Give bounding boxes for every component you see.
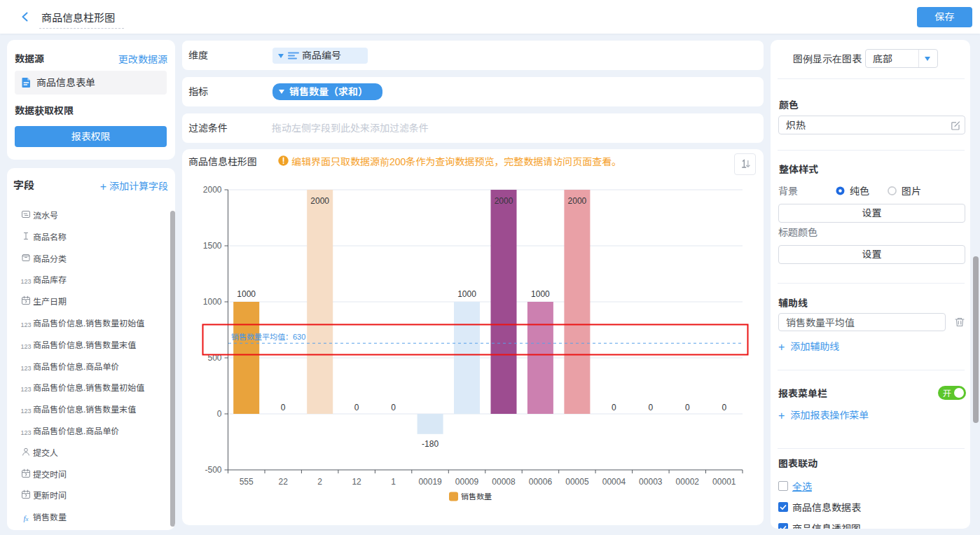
svg-text:0: 0 [612, 403, 616, 412]
svg-text:00005: 00005 [565, 477, 589, 487]
svg-text:2000: 2000 [203, 185, 222, 195]
svg-text:2: 2 [317, 477, 322, 487]
svg-text:0: 0 [354, 403, 359, 412]
svg-text:0: 0 [648, 403, 653, 412]
svg-text:0: 0 [281, 403, 286, 412]
svg-text:555: 555 [240, 477, 254, 487]
svg-text:销售数量平均值：630: 销售数量平均值：630 [231, 333, 305, 341]
svg-text:00006: 00006 [529, 477, 553, 487]
svg-text:1000: 1000 [457, 289, 476, 299]
svg-text:00008: 00008 [492, 477, 516, 487]
svg-text:22: 22 [279, 477, 289, 487]
svg-text:1: 1 [391, 477, 396, 487]
svg-text:销售数量: 销售数量 [461, 492, 492, 501]
svg-text:1000: 1000 [531, 289, 550, 299]
svg-text:1000: 1000 [237, 289, 256, 299]
svg-text:-500: -500 [205, 465, 221, 475]
svg-text:1500: 1500 [203, 241, 222, 251]
svg-text:00002: 00002 [676, 477, 700, 487]
svg-text:0: 0 [685, 403, 690, 412]
svg-text:0: 0 [217, 409, 222, 419]
svg-text:2000: 2000 [310, 196, 329, 206]
svg-text:1000: 1000 [203, 297, 222, 307]
svg-text:00004: 00004 [602, 477, 626, 487]
svg-text:0: 0 [391, 403, 396, 412]
svg-text:-180: -180 [422, 439, 439, 449]
svg-text:00009: 00009 [455, 477, 479, 487]
svg-text:2000: 2000 [495, 196, 513, 206]
svg-text:00003: 00003 [639, 477, 663, 487]
svg-text:0: 0 [722, 403, 726, 412]
svg-text:00019: 00019 [418, 477, 442, 487]
svg-text:00001: 00001 [712, 477, 736, 487]
svg-text:2000: 2000 [568, 196, 587, 206]
svg-text:12: 12 [352, 477, 361, 487]
